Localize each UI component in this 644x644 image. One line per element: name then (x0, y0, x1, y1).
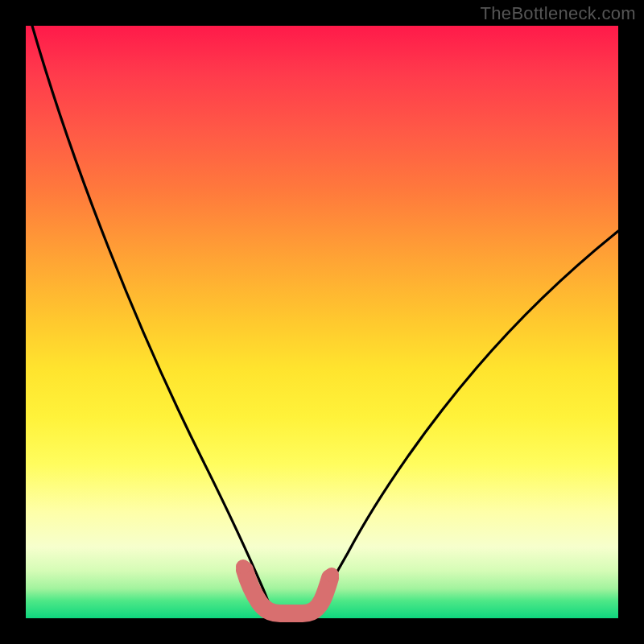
curve-layer (26, 26, 618, 618)
curve-left-branch (32, 26, 271, 609)
chart-frame: TheBottleneck.com (0, 0, 644, 644)
curve-right-branch (316, 231, 618, 609)
watermark-text: TheBottleneck.com (481, 3, 636, 24)
accent-dot-left (236, 559, 250, 574)
accent-dot-right (324, 568, 339, 582)
plot-area (26, 26, 618, 618)
